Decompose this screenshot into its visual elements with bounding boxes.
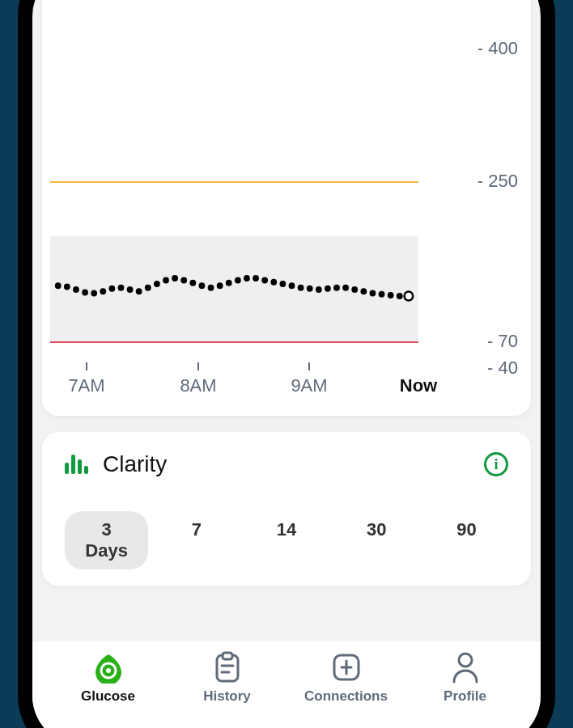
glucose-chart-card: 400 250 70 40 7AM 8AM 9AM Now [42,0,531,416]
svg-point-9 [136,288,142,294]
tab-history[interactable]: History [179,651,276,728]
svg-point-5 [100,288,106,294]
tab-label: History [203,688,251,705]
x-tick-now: Now [400,375,437,396]
clarity-card: Clarity i 3 Days 7 14 30 90 [42,432,531,586]
range-tab-3days[interactable]: 3 Days [65,511,148,569]
y-tick: 400 [478,38,518,59]
y-tick: 250 [478,171,518,192]
tab-glucose[interactable]: Glucose [60,651,157,728]
svg-point-36 [379,291,385,298]
svg-point-8 [127,286,134,293]
glucose-data-line [50,0,523,396]
tab-label: Profile [444,688,486,705]
clarity-bars-icon [65,455,88,474]
svg-point-39 [405,292,414,301]
tab-connections[interactable]: Connections [298,651,395,728]
x-tick-mark [197,362,199,370]
svg-point-2 [73,286,79,293]
glucose-chart[interactable]: 400 250 70 40 7AM 8AM 9AM Now [50,0,523,396]
svg-point-24 [270,279,277,286]
x-tick: 8AM [180,375,216,396]
glucose-icon [92,651,125,684]
range-tab-7[interactable]: 7 [155,511,238,569]
svg-point-0 [55,282,62,289]
svg-point-34 [360,288,367,294]
clarity-title: Clarity [103,451,469,477]
y-tick: 70 [487,331,518,352]
svg-point-18 [217,282,223,289]
svg-point-35 [370,290,376,297]
svg-point-23 [261,277,268,283]
svg-point-30 [325,286,331,292]
svg-point-27 [298,285,304,291]
svg-point-33 [351,286,358,293]
x-tick-mark [308,362,310,370]
clarity-range-tabs: 3 Days 7 14 30 90 [65,511,508,569]
svg-point-10 [145,285,151,291]
info-icon[interactable]: i [484,452,508,476]
svg-point-14 [180,277,187,283]
range-tab-14[interactable]: 14 [244,511,328,569]
svg-point-11 [154,281,160,287]
phone-screen: 400 250 70 40 7AM 8AM 9AM Now [32,0,541,728]
svg-point-17 [208,285,214,291]
svg-point-1 [64,283,70,290]
tab-label: Glucose [81,688,135,705]
svg-point-6 [108,286,115,292]
svg-point-4 [91,290,97,297]
svg-point-38 [397,293,403,299]
svg-point-20 [235,277,241,283]
svg-point-19 [226,280,232,286]
svg-point-47 [459,654,472,667]
svg-point-29 [316,286,322,293]
svg-point-3 [82,289,88,295]
svg-point-21 [244,275,250,281]
svg-point-16 [199,282,206,289]
clipboard-icon [211,651,244,684]
svg-point-22 [253,275,259,281]
tab-profile[interactable]: Profile [417,651,514,728]
svg-point-25 [279,281,286,287]
svg-point-13 [172,275,178,281]
svg-point-28 [307,286,313,292]
svg-point-37 [388,292,394,298]
profile-icon [449,651,482,684]
connections-icon [330,651,363,684]
x-tick: 7AM [68,375,104,396]
svg-rect-43 [223,653,232,659]
svg-point-31 [333,285,340,291]
svg-point-41 [106,668,111,673]
range-tab-30[interactable]: 30 [335,511,418,569]
svg-point-26 [289,282,295,289]
svg-point-15 [189,280,196,286]
svg-point-32 [342,285,349,291]
x-tick: 9AM [291,375,327,396]
y-tick: 40 [487,358,518,379]
range-tab-90[interactable]: 90 [425,511,508,569]
svg-point-12 [163,277,169,283]
bottom-tab-bar: Glucose History [32,641,541,728]
svg-point-7 [118,285,125,291]
tab-label: Connections [304,688,388,705]
phone-frame: 400 250 70 40 7AM 8AM 9AM Now [18,0,555,728]
x-tick-mark [86,362,87,370]
